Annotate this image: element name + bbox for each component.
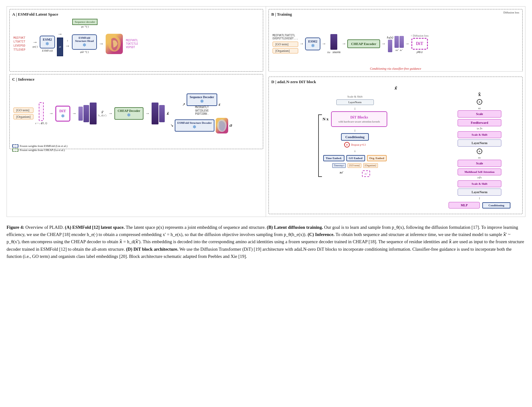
d-alpha2: α₂ [478,107,481,110]
c-seq-decoder: Sequence Decoder ❄ [187,93,217,106]
esm2-box: ESM2 ❄ [40,36,55,48]
d-time-embed: Time Embed. [323,155,344,161]
arrow-c3: → [108,111,113,116]
b-bar3 [394,36,399,48]
d-embed-row: Time Embed. GO Embed Org. Embed [323,155,387,161]
panel-b-content: MQIFVKTLTGKTITL EVEPSTTLEVESDT... [GO te… [271,19,520,69]
b-bar4 [399,36,404,48]
b-bars-3 [394,36,404,48]
b-bars-2 [388,40,392,52]
d-nx-label: N x [323,117,329,122]
hd-label: h_d(x') [98,114,107,117]
d-mlp: MLP [449,202,480,209]
omega-tilde: Ω̃ [229,124,232,127]
panel-c: C | Inference [GO term] [Organism] ε ~ 𝒩… [9,74,263,149]
caption-part-a-text: The latent space p(x) represents a joint… [126,225,266,230]
d-dropout: Dropout p=0.3 [351,143,366,146]
s-tilde: s̃ [218,103,220,106]
seq1: MQIFVKT [13,36,31,40]
d-arch-detail: x̃ + α₂ Scale Feedforward γ₂, β₂ Scale &… [440,92,519,208]
b-bar1 [330,34,337,50]
panel-b-label: B | Training [271,12,520,17]
b-he-label: hₑ(x) [387,36,393,39]
c-organism: [Organism] [13,114,33,119]
d-go-embed: GO Embed [346,155,365,161]
diagram-area: A | ESMFold Latent Space MQIFVKT LTGKTIT… [7,6,525,217]
arrow-d-down1: ↓ [354,106,356,110]
b-xtprime: xₜ' [400,48,403,52]
panel-b: B | Training Diffusion loss MQIFVKTLTGKT… [269,9,523,72]
panel-a-input-sequences: MQIFVKT LTGKTIT LEVEPSD TTLEVEP [13,36,31,52]
c-output-seqs: MVIRGKTLT GKTIDLEVE PSDTIENV. [195,106,208,116]
b-input-seqs: MQIFVKTLTGKTITL EVEPSTTLEVESDT... [273,34,298,41]
d-x-tilde-top: x̃ [394,86,397,91]
d-plus-row: + Dropout p=0.3 [344,142,366,148]
d-top-input: Scale & Shift LayerNorm ↓ [336,95,374,110]
panel-c-conditions: [GO term] [Organism] [13,108,33,119]
panel-c-content: [GO term] [Organism] ε ~ 𝒩(0, I) → DiT ❄ [12,84,260,143]
d-timestep-label: Timestep t [332,163,346,168]
d-xprime-dashed: xₜ' [362,170,370,177]
arrow-2: → [58,31,63,37]
d-dit-blocks: DiT Blocks with hardware-aware attention… [331,111,387,127]
b-left: MQIFVKTLTGKTITL EVEPSTTLEVESDT... [GO te… [273,34,298,54]
d-layernorm-top: LayerNorm [336,99,374,105]
arrow-down-c: ↘ [170,123,173,128]
left-panels: A | ESMFold Latent Space MQIFVKT LTGKTIT… [7,7,266,217]
b-x-row: x₀ xnorm [327,50,340,54]
output-sequences: MQIFVKTL TGKTITLE VEPSDT [126,39,138,49]
phi-omega-label: φΩ⁻¹(·) [80,50,88,53]
caption-part-c-bold: (C) Inference. [308,232,334,237]
b-prime-row: x₀' xₜ' [395,48,403,52]
d-go-term-label: [GO term] [348,163,361,168]
arrow-d-arch-down: ↑ [479,196,480,200]
d-layernorm-2: LayerNorm [458,139,501,147]
sequence-decoder-area: Sequence decoder φs⁻¹(·) [72,19,98,28]
caption-part-d-bold: (D) DiT block architecture. [126,247,178,252]
arrow-b1: → [299,41,304,46]
d-scale-shift-2: Scale & Shift [458,131,501,138]
struct-snowflake-c: ❄ [177,124,212,130]
arrow-d-down3: ↓ [354,149,356,153]
arrow-c2: → [72,111,77,116]
b-he-area: hₑ(x) [387,36,393,52]
c-purple-bars-2 [152,103,165,124]
structure-head-box: ESMFold Structure Head ❄ [72,34,97,50]
esm2-snowflake: ❄ [43,41,52,47]
caption-part-b-bold: (B) Latent diffusion training. [267,225,323,230]
c-purple-bars [78,103,97,124]
c-struct-decoder: ESMFold Structure Decoder ❄ [175,119,214,132]
arrow-c1: → [49,111,53,116]
arrow-b4: → [381,41,386,46]
x-prime-tilde-area: x̃' h_d(x') [98,110,107,117]
cheap-snowflake-c: ❄ [118,113,140,118]
panel-d-label: D | adaLN-zero DiT block [271,79,520,84]
d-alpha1: α₁ [478,156,481,159]
legend-green-box [12,148,18,152]
bar1 [78,107,83,121]
d-xbar-above: x̃ [478,92,481,97]
d-organism-label: [Organism] [363,163,378,168]
legend-blue: Frozen weights from ESMFold (Lin et al.) [12,144,260,148]
panel-c-label: C | Inference [12,77,260,82]
arrow-up-c: ↗ [182,102,185,107]
phi-s-inv-label: φs⁻¹(·) [81,25,88,28]
epsilon-label: ε ~ 𝒩(0, I) [35,122,47,125]
c-right-decoders: ↗ Sequence Decoder ❄ MVIRGKTLT GKTIDLEVE… [170,93,232,133]
seq4: TTLEVEP [13,48,31,52]
phi-s-label: φs(·) [33,45,38,48]
d-bottom-labels: xₜ' xₜ' [340,170,370,177]
x-tilde-label: x̃ [167,112,169,116]
protein-3d-image [106,34,123,54]
b-x-labels: x₀ xnorm [327,34,340,54]
seq2: LTGKTIT [13,40,31,44]
struct-dec-row: ↘ ESMFold Structure Decoder ❄ [170,118,232,133]
b-esm2-area: ESM2 ❄ [305,38,320,50]
diffusion-loss: Diffusion loss [503,11,519,14]
panel-a-label: A | ESMFold Latent Space [12,12,260,17]
legend-blue-box [12,144,18,148]
arrow-4: → [99,41,104,47]
legend-green: Frozen weights from CHEAP (Lu et al.) [12,148,260,152]
d-layernorm-1: LayerNorm [458,188,501,196]
arrow-b2: → [322,41,326,46]
